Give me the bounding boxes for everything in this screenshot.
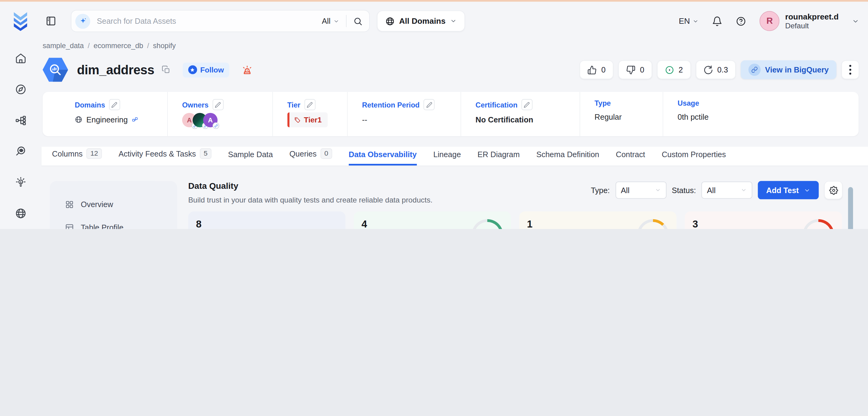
main-content: sample_data / ecommerce_db / shopify dim… bbox=[41, 40, 868, 229]
watchers-button[interactable]: 2 bbox=[657, 60, 691, 79]
user-name: rounakpreet.d bbox=[785, 11, 839, 21]
domains-filter-button[interactable]: All Domains bbox=[377, 11, 465, 32]
metadata-panel: Domains Engineering Owners A A bbox=[43, 92, 859, 136]
tab-sample-data[interactable]: Sample Data bbox=[228, 150, 273, 166]
insights-bulb-icon[interactable] bbox=[15, 177, 27, 188]
breadcrumb: sample_data / ecommerce_db / shopify bbox=[41, 40, 868, 50]
certification-value: No Certification bbox=[475, 115, 565, 124]
type-value: Regular bbox=[594, 113, 648, 121]
edit-tier-button[interactable] bbox=[304, 99, 315, 110]
follow-button[interactable]: Follow bbox=[182, 62, 229, 77]
app-header: All All Domains EN R bbox=[0, 2, 868, 40]
lineage-hierarchy-icon[interactable] bbox=[15, 115, 27, 126]
explore-compass-icon[interactable] bbox=[15, 84, 27, 95]
meta-usage: Usage 0th pctile bbox=[663, 92, 746, 136]
quality-settings-button[interactable] bbox=[824, 181, 842, 199]
ai-sparkle-icon[interactable] bbox=[75, 14, 90, 29]
type-filter-select[interactable]: All bbox=[615, 182, 666, 198]
meta-domains: Domains Engineering bbox=[43, 92, 167, 136]
tab-columns[interactable]: Columns12 bbox=[52, 148, 102, 165]
domains-globe-icon[interactable] bbox=[15, 208, 27, 219]
owner-avatar[interactable]: A bbox=[203, 113, 217, 127]
user-avatar[interactable]: R bbox=[760, 11, 779, 31]
domain-value[interactable]: Engineering bbox=[87, 115, 128, 124]
data-quality-main: Data Quality Build trust in your data wi… bbox=[188, 181, 842, 229]
card-failed: 3 Failed 37.5% bbox=[685, 211, 842, 229]
notifications-bell-icon[interactable] bbox=[712, 16, 723, 27]
link-badge-icon bbox=[213, 122, 219, 129]
sidebar-item-overview[interactable]: Overview bbox=[58, 195, 169, 214]
tab-er-diagram[interactable]: ER Diagram bbox=[477, 150, 520, 166]
add-test-button[interactable]: Add Test bbox=[758, 181, 819, 199]
sidebar-item-table-profile[interactable]: Table Profile bbox=[58, 218, 169, 229]
edit-retention-button[interactable] bbox=[423, 99, 434, 110]
user-role: Default bbox=[785, 21, 839, 31]
tag-icon bbox=[294, 117, 301, 123]
language-select[interactable]: EN bbox=[679, 17, 699, 26]
summary-cards: 8 Total Tests 4 Success 50% bbox=[188, 211, 842, 229]
search-input[interactable] bbox=[96, 16, 321, 26]
chevron-down-icon bbox=[450, 18, 457, 24]
sidebar-toggle-icon[interactable] bbox=[45, 15, 56, 27]
home-icon[interactable] bbox=[15, 53, 27, 64]
edit-certification-button[interactable] bbox=[521, 99, 532, 110]
tier-badge[interactable]: Tier1 bbox=[287, 113, 328, 127]
app-logo-icon[interactable] bbox=[11, 11, 30, 31]
type-filter-label: Type: bbox=[591, 186, 610, 195]
link-icon bbox=[131, 116, 138, 123]
left-nav-rail bbox=[0, 40, 41, 229]
page-title: dim_address bbox=[77, 62, 154, 77]
upvote-button[interactable]: 0 bbox=[580, 60, 613, 79]
star-icon bbox=[188, 65, 197, 74]
card-total-tests: 8 Total Tests bbox=[188, 211, 345, 229]
tab-custom-properties[interactable]: Custom Properties bbox=[662, 150, 726, 166]
grid-icon bbox=[65, 199, 74, 209]
version-button[interactable]: 0.3 bbox=[695, 60, 736, 79]
meta-owners: Owners A A bbox=[167, 92, 272, 136]
search-icon[interactable] bbox=[353, 17, 363, 26]
section-subtitle: Build trust in your data with quality te… bbox=[188, 196, 432, 204]
tab-queries[interactable]: Queries0 bbox=[289, 148, 332, 165]
chevron-down-icon bbox=[852, 18, 859, 25]
globe-icon bbox=[385, 17, 395, 26]
status-filter-label: Status: bbox=[672, 186, 696, 195]
copy-icon[interactable] bbox=[161, 65, 170, 74]
search-scope-select[interactable]: All bbox=[322, 17, 339, 26]
link-icon bbox=[749, 64, 761, 76]
divider bbox=[346, 15, 347, 27]
chevron-down-icon bbox=[804, 187, 810, 193]
card-success: 4 Success 50% bbox=[353, 211, 511, 229]
meta-certification: Certification No Certification bbox=[461, 92, 580, 136]
vertical-scrollbar[interactable] bbox=[848, 187, 853, 229]
downvote-button[interactable]: 0 bbox=[618, 60, 652, 79]
user-menu[interactable]: R rounakpreet.d Default bbox=[760, 11, 859, 31]
breadcrumb-item[interactable]: ecommerce_db bbox=[93, 41, 143, 50]
section-title: Data Quality bbox=[188, 181, 432, 191]
edit-owners-button[interactable] bbox=[212, 99, 223, 110]
tab-contract[interactable]: Contract bbox=[616, 150, 645, 166]
observability-content: Overview Table Profile Column Profile Da… bbox=[41, 166, 868, 229]
global-search: All bbox=[71, 10, 370, 32]
tab-schema-definition[interactable]: Schema Definition bbox=[536, 150, 599, 166]
app-window: All All Domains EN R bbox=[0, 0, 868, 229]
help-icon[interactable] bbox=[736, 16, 746, 27]
tab-activity-feeds[interactable]: Activity Feeds & Tasks5 bbox=[119, 148, 211, 165]
tab-lineage[interactable]: Lineage bbox=[433, 150, 461, 166]
tab-data-observability[interactable]: Data Observability bbox=[349, 150, 416, 166]
usage-value: 0th pctile bbox=[678, 113, 731, 121]
entity-actions: 0 0 2 0.3 View in Bi bbox=[580, 60, 859, 79]
globe-icon bbox=[74, 116, 82, 123]
entity-tabs: Columns12 Activity Feeds & Tasks5 Sample… bbox=[41, 147, 868, 166]
breadcrumb-item[interactable]: sample_data bbox=[43, 41, 84, 50]
retention-value: -- bbox=[362, 115, 446, 124]
card-aborted: 1 Aborted 12.5% bbox=[519, 211, 676, 229]
breadcrumb-item[interactable]: shopify bbox=[153, 41, 176, 50]
table-icon bbox=[65, 223, 74, 229]
observability-search-icon[interactable] bbox=[15, 146, 27, 157]
view-in-bigquery-button[interactable]: View in BigQuery bbox=[741, 60, 836, 79]
alert-siren-icon[interactable] bbox=[242, 64, 253, 75]
status-filter-select[interactable]: All bbox=[702, 182, 752, 198]
edit-domains-button[interactable] bbox=[109, 99, 120, 110]
more-options-kebab-button[interactable] bbox=[841, 60, 859, 79]
bigquery-service-icon bbox=[43, 57, 68, 83]
